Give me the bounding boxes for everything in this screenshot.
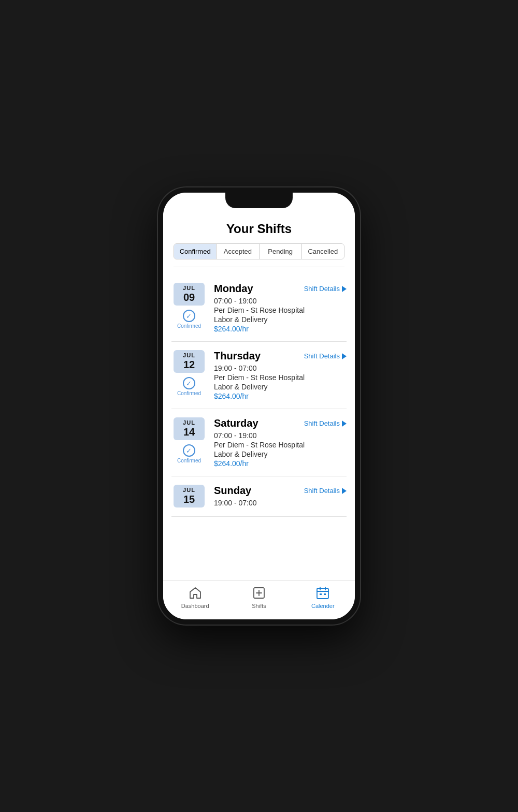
tab-confirmed[interactable]: Confirmed bbox=[174, 244, 217, 259]
shift-info-3: Saturday Shift Details 07:00 - 19:00 Per… bbox=[214, 417, 347, 468]
tab-bar: Confirmed Accepted Pending Cancelled bbox=[174, 243, 344, 259]
svg-rect-7 bbox=[320, 593, 322, 595]
arrow-icon-3 bbox=[342, 421, 347, 427]
shift-time-3: 07:00 - 19:00 bbox=[214, 431, 347, 440]
date-day-2: 12 bbox=[179, 358, 199, 371]
confirmed-badge-2: ✓ Confirmed bbox=[177, 377, 201, 396]
shift-pay-2: $264.00/hr bbox=[214, 392, 347, 400]
nav-calendar[interactable]: Calender bbox=[291, 585, 355, 609]
check-icon-1: ✓ bbox=[183, 310, 195, 322]
tab-pending[interactable]: Pending bbox=[260, 244, 302, 259]
page-header: Your Shifts Confirmed Accepted Pending C… bbox=[163, 215, 355, 274]
confirmed-badge-3: ✓ Confirmed bbox=[177, 444, 201, 463]
check-icon-3: ✓ bbox=[183, 444, 195, 457]
date-day-1: 09 bbox=[179, 291, 199, 303]
shift-card-1: JUL 09 ✓ Confirmed Monday Shift Details bbox=[171, 274, 347, 342]
arrow-icon-2 bbox=[342, 353, 347, 359]
nav-dashboard[interactable]: Dashboard bbox=[163, 585, 227, 609]
shift-card-4: JUL 15 Sunday Shift Details 19:00 - 07:0… bbox=[171, 476, 347, 517]
shift-details-link-4[interactable]: Shift Details bbox=[304, 487, 347, 495]
confirmed-label-2: Confirmed bbox=[177, 390, 201, 396]
shift-hospital-1: Per Diem - St Rose Hospital bbox=[214, 306, 347, 314]
notch bbox=[225, 193, 293, 208]
date-day-3: 14 bbox=[179, 426, 199, 438]
shifts-icon bbox=[251, 585, 267, 601]
bottom-nav: Dashboard Shifts bbox=[163, 581, 355, 619]
date-badge-1: JUL 09 bbox=[174, 283, 205, 306]
confirmed-label-3: Confirmed bbox=[177, 458, 201, 463]
shift-details-label-3: Shift Details bbox=[304, 419, 340, 427]
date-month-4: JUL bbox=[179, 487, 199, 493]
shift-details-label-1: Shift Details bbox=[304, 285, 340, 293]
svg-rect-3 bbox=[317, 588, 328, 599]
shift-time-4: 19:00 - 07:00 bbox=[214, 499, 347, 507]
shift-day-3: Saturday bbox=[214, 417, 258, 429]
shift-time-2: 19:00 - 07:00 bbox=[214, 364, 347, 372]
calendar-icon bbox=[315, 585, 330, 601]
shifts-list: JUL 09 ✓ Confirmed Monday Shift Details bbox=[163, 274, 355, 581]
page-title: Your Shifts bbox=[174, 222, 344, 236]
shift-details-label-2: Shift Details bbox=[304, 352, 340, 360]
shift-header-1: Monday Shift Details bbox=[214, 283, 347, 295]
tab-cancelled[interactable]: Cancelled bbox=[302, 244, 344, 259]
date-month-1: JUL bbox=[179, 285, 199, 291]
nav-shifts-label: Shifts bbox=[252, 603, 266, 609]
shift-card-2: JUL 12 ✓ Confirmed Thursday Shift Detail… bbox=[171, 342, 347, 409]
shift-day-1: Monday bbox=[214, 283, 253, 295]
phone-frame: Your Shifts Confirmed Accepted Pending C… bbox=[158, 187, 360, 625]
date-col-4: JUL 15 bbox=[171, 485, 207, 508]
shift-dept-1: Labor & Delivery bbox=[214, 315, 347, 324]
nav-shifts[interactable]: Shifts bbox=[227, 585, 291, 609]
date-month-3: JUL bbox=[179, 419, 199, 426]
svg-rect-8 bbox=[324, 593, 326, 595]
shift-day-2: Thursday bbox=[214, 350, 261, 362]
arrow-icon-4 bbox=[342, 488, 347, 494]
shift-header-4: Sunday Shift Details bbox=[214, 485, 347, 497]
shift-hospital-2: Per Diem - St Rose Hospital bbox=[214, 373, 347, 382]
shift-details-link-3[interactable]: Shift Details bbox=[304, 419, 347, 427]
date-badge-3: JUL 14 bbox=[174, 417, 205, 440]
shift-info-1: Monday Shift Details 07:00 - 19:00 Per D… bbox=[214, 283, 347, 333]
shift-time-1: 07:00 - 19:00 bbox=[214, 297, 347, 305]
shift-details-label-4: Shift Details bbox=[304, 487, 340, 495]
arrow-icon-1 bbox=[342, 286, 347, 292]
date-col-3: JUL 14 ✓ Confirmed bbox=[171, 417, 207, 463]
shift-day-4: Sunday bbox=[214, 485, 251, 497]
shift-header-3: Saturday Shift Details bbox=[214, 417, 347, 429]
date-badge-2: JUL 12 bbox=[174, 350, 205, 373]
date-day-4: 15 bbox=[179, 493, 199, 505]
shift-details-link-1[interactable]: Shift Details bbox=[304, 285, 347, 293]
home-icon bbox=[188, 585, 203, 601]
shift-info-4: Sunday Shift Details 19:00 - 07:00 bbox=[214, 485, 347, 508]
shift-hospital-3: Per Diem - St Rose Hospital bbox=[214, 441, 347, 449]
nav-dashboard-label: Dashboard bbox=[181, 603, 209, 609]
shift-dept-3: Labor & Delivery bbox=[214, 450, 347, 458]
nav-calendar-label: Calender bbox=[311, 603, 335, 609]
shift-header-2: Thursday Shift Details bbox=[214, 350, 347, 362]
date-col-2: JUL 12 ✓ Confirmed bbox=[171, 350, 207, 396]
shift-info-2: Thursday Shift Details 19:00 - 07:00 Per… bbox=[214, 350, 347, 400]
date-col-1: JUL 09 ✓ Confirmed bbox=[171, 283, 207, 329]
shift-dept-2: Labor & Delivery bbox=[214, 383, 347, 391]
confirmed-badge-1: ✓ Confirmed bbox=[177, 310, 201, 329]
date-month-2: JUL bbox=[179, 352, 199, 358]
shift-details-link-2[interactable]: Shift Details bbox=[304, 352, 347, 360]
shift-pay-1: $264.00/hr bbox=[214, 325, 347, 333]
shift-pay-3: $264.00/hr bbox=[214, 459, 347, 468]
confirmed-label-1: Confirmed bbox=[177, 323, 201, 329]
date-badge-4: JUL 15 bbox=[174, 485, 205, 508]
tab-accepted[interactable]: Accepted bbox=[217, 244, 259, 259]
divider bbox=[174, 267, 344, 267]
shift-card-3: JUL 14 ✓ Confirmed Saturday Shift Detail… bbox=[171, 409, 347, 476]
check-icon-2: ✓ bbox=[183, 377, 195, 389]
screen: Your Shifts Confirmed Accepted Pending C… bbox=[163, 193, 355, 619]
